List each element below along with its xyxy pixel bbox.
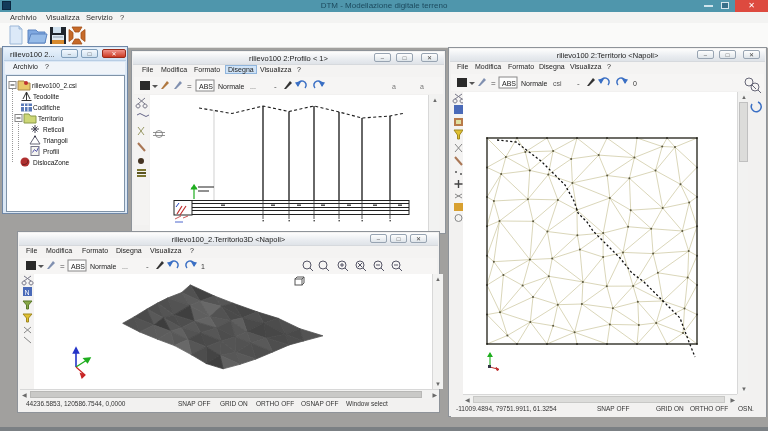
svg-text:a: a — [392, 83, 396, 90]
svg-text:=: = — [491, 79, 496, 88]
svg-text:Normale: Normale — [218, 83, 245, 90]
svg-text:...: ... — [250, 83, 256, 90]
svg-text:-: - — [146, 262, 149, 271]
svg-text:0: 0 — [633, 80, 637, 87]
svg-text:Codifiche: Codifiche — [33, 104, 60, 111]
svg-text:ABS: ABS — [502, 80, 516, 87]
svg-text:=: = — [187, 82, 192, 91]
svg-text:N: N — [25, 289, 30, 296]
svg-text:Triangoli: Triangoli — [43, 137, 68, 145]
svg-text:Normale: Normale — [90, 263, 117, 270]
svg-text:rilievo100_2.csi: rilievo100_2.csi — [32, 82, 77, 90]
svg-text:Reticoli: Reticoli — [43, 126, 64, 133]
svg-text:1: 1 — [201, 263, 205, 270]
svg-text:ABS: ABS — [199, 83, 213, 90]
svg-text:-: - — [577, 79, 580, 88]
svg-text:-: - — [274, 82, 277, 91]
svg-text:...: ... — [122, 263, 128, 270]
svg-text:ABS: ABS — [71, 263, 85, 270]
svg-text:csi: csi — [553, 80, 562, 87]
svg-text:a: a — [420, 83, 424, 90]
svg-text:Normale: Normale — [521, 80, 548, 87]
svg-text:Territorio: Territorio — [38, 115, 64, 122]
svg-text:=: = — [60, 262, 65, 271]
svg-text:DislocaZone: DislocaZone — [33, 159, 70, 166]
svg-text:Teodolite: Teodolite — [33, 93, 59, 100]
svg-text:Profili: Profili — [43, 148, 59, 155]
